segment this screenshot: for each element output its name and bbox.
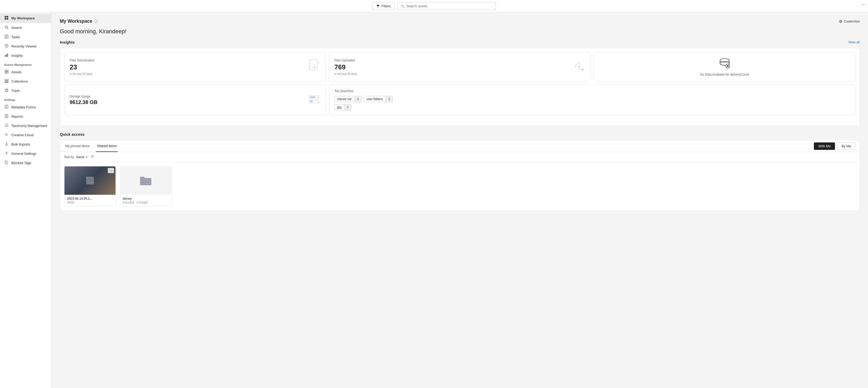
delivery-count-card: No Data Available for deliveryCount: [594, 52, 856, 81]
search-tag-user-folders: user-folders 3: [364, 96, 393, 102]
section-assets-management: Assets Management: [0, 60, 51, 67]
search-tags: classic car 4 user-folders 3: [335, 96, 850, 102]
svg-rect-17: [5, 70, 6, 71]
files-uploaded-sub: in the last 30 days: [335, 72, 358, 75]
svg-point-7: [5, 26, 7, 28]
by-me-button[interactable]: By Me: [837, 142, 856, 150]
svg-rect-57: [310, 101, 313, 102]
svg-line-2: [403, 7, 404, 7]
sidebar-item-collections[interactable]: Collections: [0, 77, 51, 86]
svg-point-45: [839, 20, 842, 23]
file-name: 2023-04-14 05.1...: [67, 197, 113, 201]
files-downloaded-card: Files Downloaded 23 in the last 30 days: [64, 52, 326, 81]
tag-count: 3: [344, 105, 351, 110]
svg-rect-19: [5, 72, 6, 73]
with-me-button[interactable]: With Me: [814, 142, 835, 150]
storage-icon: [308, 94, 320, 106]
assets-icon: [4, 70, 9, 74]
sidebar-item-assets[interactable]: Assets: [0, 67, 51, 77]
tag-name: user-folders: [364, 96, 385, 102]
svg-line-8: [7, 28, 8, 29]
gear-icon: [839, 20, 842, 23]
storage-usage-card: Storage Usage 9612.38 GB: [64, 84, 326, 115]
sidebar-item-label: Bulk Imports: [11, 142, 30, 146]
info-icon[interactable]: ⓘ: [94, 19, 98, 24]
tag-count: 4: [354, 96, 362, 102]
sidebar-item-blocked-tags[interactable]: Blocked Tags: [0, 158, 51, 168]
folder-icon: [140, 175, 152, 186]
search-bar: [398, 2, 496, 10]
file-meta: FOLDER · 4 ITEMS: [123, 201, 169, 204]
customize-button[interactable]: Customize: [839, 19, 860, 23]
sidebar-item-metadata-forms[interactable]: Metadata Forms: [0, 102, 51, 112]
page-header: My Workspace ⓘ Customize: [60, 19, 860, 24]
storage-content: Storage Usage 9612.38 GB: [70, 95, 97, 105]
svg-rect-16: [7, 54, 8, 57]
file-info: disney FOLDER · 4 ITEMS: [120, 195, 171, 206]
search-tag-classic-car: classic car 4: [335, 96, 362, 102]
svg-marker-0: [376, 5, 380, 7]
chevron-down-icon: [85, 156, 88, 158]
tabs-row: My pinned items Shared items With Me By …: [60, 140, 860, 152]
sidebar-item-trash[interactable]: Trash: [0, 86, 51, 95]
sort-order-icon[interactable]: [91, 155, 95, 159]
view-all-link[interactable]: View all: [848, 40, 860, 44]
sidebar-item-recently-viewed[interactable]: Recently Viewed: [0, 41, 51, 51]
tasks-icon: [4, 35, 9, 39]
search-input[interactable]: [406, 4, 492, 8]
greeting-text: Good morning, Kirandeep!: [60, 28, 860, 35]
taxonomy-management-icon: [4, 123, 9, 128]
sidebar-item-label: Search: [11, 26, 22, 30]
folder-thumbnail: ···: [120, 167, 171, 195]
sidebar-item-tasks[interactable]: Tasks: [0, 32, 51, 41]
sidebar-item-general-settings[interactable]: General Settings: [0, 149, 51, 158]
filters-label: Filters: [381, 4, 391, 8]
no-data-text: No Data Available for deliveryCount: [700, 73, 749, 77]
general-settings-icon: [4, 151, 9, 156]
quick-access-section: Quick access My pinned items Shared item…: [60, 132, 860, 211]
sidebar-item-my-workspace[interactable]: My Workspace: [0, 13, 51, 23]
tab-shared-items[interactable]: Shared items: [96, 140, 118, 152]
svg-rect-4: [7, 16, 8, 18]
svg-point-1: [401, 5, 403, 7]
sidebar-item-label: My Workspace: [11, 16, 35, 20]
no-data-icon: [719, 57, 730, 71]
collections-icon: [4, 79, 9, 84]
sidebar-item-label: Reports: [11, 115, 23, 118]
trash-icon: [4, 88, 9, 93]
sidebar-item-search[interactable]: Search: [0, 23, 51, 32]
sort-value: Name: [76, 155, 84, 159]
sort-dropdown[interactable]: Name: [76, 155, 88, 159]
customize-label: Customize: [844, 19, 860, 23]
search-icon: [401, 4, 404, 8]
insights-row2: Storage Usage 9612.38 GB Top Se: [64, 84, 856, 115]
svg-rect-23: [5, 82, 8, 83]
file-meta: JPEG: [67, 201, 113, 204]
svg-rect-22: [5, 81, 8, 82]
sidebar-item-label: Collections: [11, 80, 28, 83]
sidebar-item-reports[interactable]: Reports: [0, 112, 51, 121]
sidebar-item-label: Recently Viewed: [11, 44, 36, 48]
file-info: 2023-04-14 05.1... JPEG: [64, 195, 116, 206]
svg-rect-21: [5, 79, 8, 80]
sidebar-item-label: Creative Cloud: [11, 133, 33, 137]
sidebar-item-taxonomy-management[interactable]: Taxonomy Management: [0, 121, 51, 130]
insights-icon: [4, 53, 9, 58]
filters-button[interactable]: Filters: [372, 2, 394, 10]
file-more-button[interactable]: ···: [108, 168, 114, 173]
svg-rect-46: [309, 60, 317, 70]
sidebar-item-creative-cloud[interactable]: Creative Cloud: [0, 130, 51, 140]
sidebar-item-label: Taxonomy Management: [11, 124, 47, 128]
search-icon: [4, 25, 9, 30]
insights-section-header: Insights View all: [60, 40, 860, 44]
top-searches-label: Top Searches: [335, 89, 850, 93]
blocked-tags-icon: [4, 160, 9, 165]
search-tags-row2: jpg 3: [335, 104, 850, 111]
tag-name: classic car: [335, 96, 354, 102]
sidebar-item-bulk-imports[interactable]: Bulk Imports: [0, 140, 51, 149]
my-workspace-icon: [4, 16, 9, 21]
creative-cloud-icon: [4, 132, 9, 137]
sidebar-item-insights[interactable]: Insights: [0, 51, 51, 60]
tab-my-pinned-items[interactable]: My pinned items: [64, 140, 91, 152]
files-grid: ··· 2023-04-14 05.1... JPEG: [60, 162, 860, 210]
